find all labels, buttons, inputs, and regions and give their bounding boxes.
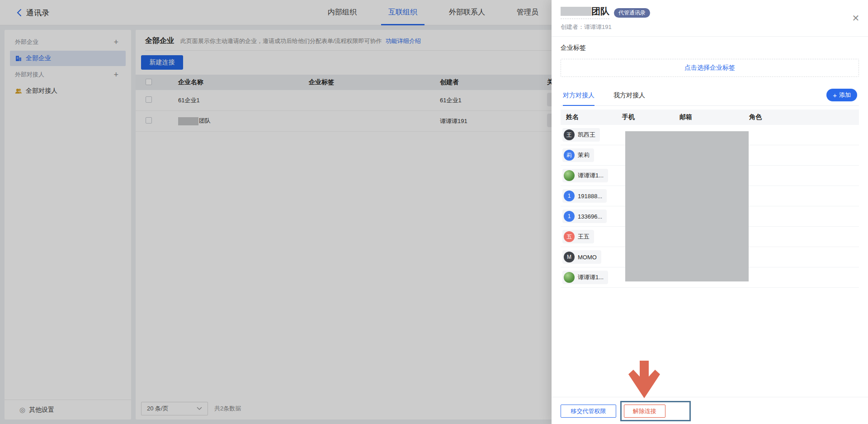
team-title: 团队 — [591, 6, 609, 16]
select-tag-box[interactable]: 点击选择企业标签 — [561, 59, 859, 77]
add-contact-button[interactable]: + 添加 — [826, 89, 857, 101]
contact-name: 王五 — [578, 233, 590, 241]
avatar: 1 — [564, 191, 575, 201]
transfer-permission-button[interactable]: 移交代管权限 — [561, 405, 616, 418]
contact-chip[interactable]: 谭谭谭1... — [562, 169, 608, 182]
plus-icon: + — [833, 91, 837, 99]
contact-name: 191888... — [578, 193, 602, 200]
contact-tabs: 对方对接人我方对接人 + 添加 — [561, 91, 859, 106]
contact-name: 133696... — [578, 213, 602, 220]
tag-section-label: 企业标签 — [561, 44, 859, 52]
annotation-arrow-icon — [628, 361, 660, 399]
contact-name: MOMO — [578, 254, 597, 261]
contact-name: 谭谭谭1... — [578, 273, 604, 281]
creator-line: 创建者：谭谭谭191 — [561, 23, 859, 31]
avatar-photo — [564, 170, 575, 181]
drawer-tab-对方对接人[interactable]: 对方对接人 — [563, 91, 594, 106]
contact-chip[interactable]: 谭谭谭1... — [562, 271, 608, 284]
col-role: 角色 — [749, 113, 859, 121]
col-phone: 手机 — [622, 113, 679, 121]
select-tag-text: 点击选择企业标签 — [684, 64, 735, 72]
divider — [552, 36, 868, 37]
contact-chip[interactable]: 五王五 — [562, 230, 594, 243]
col-email: 邮箱 — [679, 113, 749, 121]
avatar: 莉 — [564, 150, 575, 161]
col-name: 姓名 — [566, 113, 622, 121]
contact-name: 茉莉 — [578, 151, 590, 159]
avatar: 1 — [564, 211, 575, 222]
censored-blur — [561, 7, 591, 16]
drawer-title-row: 团队 代管通讯录 — [561, 6, 859, 19]
contact-name: 谭谭谭1... — [578, 172, 604, 180]
contact-chip[interactable]: 莉茉莉 — [562, 148, 594, 162]
disconnect-button[interactable]: 解除连接 — [624, 405, 665, 418]
contact-chip[interactable]: MMOMO — [562, 250, 601, 264]
team-detail-drawer: ✕ 团队 代管通讯录 创建者：谭谭谭191 企业标签 点击选择企业标签 对方对接… — [552, 0, 868, 424]
avatar: 五 — [564, 231, 575, 242]
contacts-table-header: 姓名 手机 邮箱 角色 — [561, 110, 859, 125]
avatar-photo — [564, 272, 575, 283]
avatar: 王 — [564, 129, 575, 140]
managed-contacts-badge: 代管通讯录 — [614, 8, 650, 18]
avatar: M — [564, 252, 575, 262]
contact-chip[interactable]: 王凯西王 — [562, 128, 600, 142]
page: 通讯录 内部组织互联组织外部联系人管理员 外部企业+全部企业外部对接人+全部对接… — [0, 0, 868, 424]
contact-chip[interactable]: 1133696... — [562, 210, 607, 223]
contact-chip[interactable]: 1191888... — [562, 189, 607, 203]
drawer-tab-我方对接人[interactable]: 我方对接人 — [613, 91, 645, 105]
drawer-footer: 移交代管权限 解除连接 — [552, 397, 868, 424]
add-label: 添加 — [839, 91, 851, 99]
contacts-list: 王凯西王莉茉莉谭谭谭1...1191888...1133696...五王五MMO… — [561, 125, 859, 288]
contact-name: 凯西王 — [578, 131, 595, 139]
close-icon[interactable]: ✕ — [850, 13, 861, 24]
censored-blur — [625, 131, 749, 281]
